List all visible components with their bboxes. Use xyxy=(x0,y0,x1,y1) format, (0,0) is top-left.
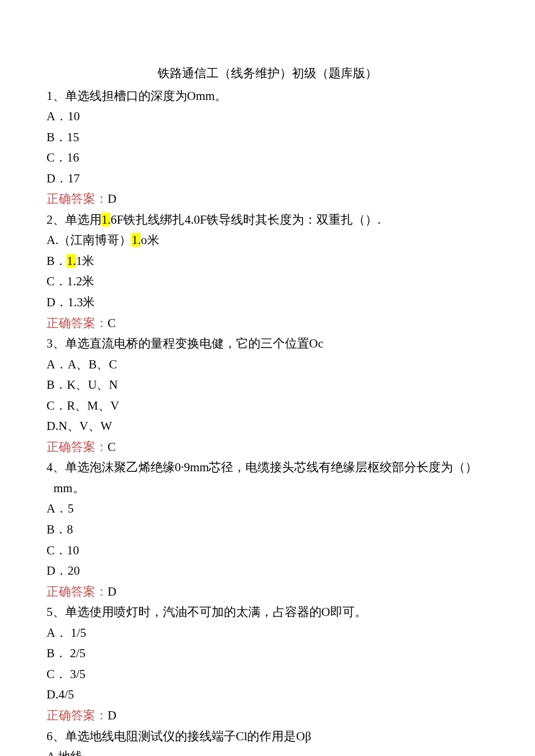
q3-option-a: A．A、B、C xyxy=(47,355,488,374)
answer-label: 正确答案： xyxy=(47,585,108,599)
q5-option-b: B． 2/5 xyxy=(47,644,488,663)
document-page: 铁路通信工（线务维护）初级（题库版） 1、单选线担槽口的深度为Omm。 A．10… xyxy=(0,0,535,756)
q1-option-b: B．15 xyxy=(47,128,488,147)
answer-value: D xyxy=(108,585,116,599)
answer-label: 正确答案： xyxy=(47,708,108,722)
q4-option-d: D．20 xyxy=(47,561,488,581)
q4-stem-line1: 4、单选泡沫聚乙烯绝缘0·9mm芯径，电缆接头芯线有绝缘层枢绞部分长度为（） xyxy=(47,458,488,477)
q2-option-b: B．1.1米 xyxy=(47,252,488,271)
q4-answer: 正确答案：D xyxy=(47,582,488,601)
q5-stem: 5、单选使用喷灯时，汽油不可加的太满，占容器的O即可。 xyxy=(47,603,488,622)
q2-option-d: D．1.3米 xyxy=(47,293,488,312)
q5-option-c: C． 3/5 xyxy=(47,665,488,684)
q6-option-a: A.地线 xyxy=(47,747,488,756)
answer-label: 正确答案： xyxy=(47,192,108,206)
q5-answer: 正确答案：D xyxy=(47,706,488,725)
q2-option-a: A.（江南博哥）1.o米 xyxy=(47,231,488,250)
q1-answer: 正确答案：D xyxy=(47,189,488,209)
q3-option-d: D.N、V、W xyxy=(47,417,488,436)
q5-option-d: D.4/5 xyxy=(47,685,488,704)
q3-answer: 正确答案：C xyxy=(47,438,488,457)
q2-stem-pre: 2、单选用 xyxy=(47,213,102,227)
q2-answer: 正确答案：C xyxy=(47,314,488,333)
q4-option-c: C．10 xyxy=(47,541,488,560)
q4-stem-line2: mm。 xyxy=(47,479,488,498)
answer-value: C xyxy=(108,316,116,330)
q1-option-d: D．17 xyxy=(47,169,488,188)
answer-value: D xyxy=(108,192,116,206)
highlight-text: 1. xyxy=(131,233,141,247)
answer-value: D xyxy=(108,708,116,722)
q2-stem: 2、单选用1.6F铁扎线绑扎4.0F铁导线时其长度为：双重扎（）. xyxy=(47,210,488,230)
q1-option-a: A．10 xyxy=(47,107,488,126)
q2-a-pre: A.（江南博哥） xyxy=(47,233,131,247)
q2-a-post: o米 xyxy=(141,233,159,247)
answer-label: 正确答案： xyxy=(47,316,108,330)
q2-stem-mid: 6F铁扎线绑扎4.0F铁导线时其长度为：双重扎（）. xyxy=(110,213,380,227)
q2-option-c: C．1.2米 xyxy=(47,272,488,291)
q3-option-b: B．K、U、N xyxy=(47,375,488,395)
answer-value: C xyxy=(108,440,116,454)
highlight-text: 1. xyxy=(67,254,76,268)
q3-option-c: C．R、M、V xyxy=(47,396,488,415)
q4-option-b: B．8 xyxy=(47,520,488,539)
answer-label: 正确答案： xyxy=(47,440,108,454)
q1-option-c: C．16 xyxy=(47,148,488,167)
q5-option-a: A． 1/5 xyxy=(47,624,488,643)
q4-option-a: A．5 xyxy=(47,499,488,518)
q3-stem: 3、单选直流电桥的量程变换电健，它的三个位置Oc xyxy=(47,334,488,353)
q2-b-post: 1米 xyxy=(76,254,95,268)
highlight-text: 1. xyxy=(102,213,111,227)
page-title: 铁路通信工（线务维护）初级（题库版） xyxy=(47,64,488,83)
q1-stem: 1、单选线担槽口的深度为Omm。 xyxy=(47,87,488,106)
q2-b-pre: B． xyxy=(47,254,67,268)
q6-stem: 6、单选地线电阻测试仪的接线端子Cl的作用是Oβ xyxy=(47,727,488,746)
